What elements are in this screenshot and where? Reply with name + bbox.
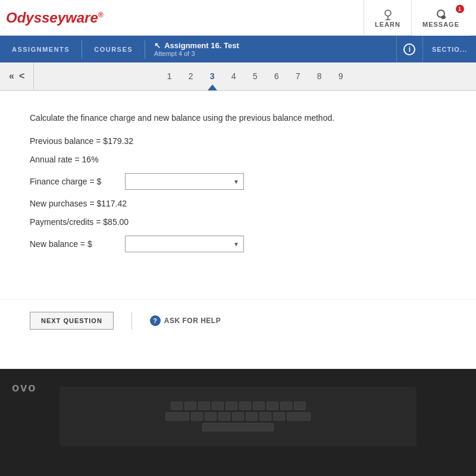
message-badge: 1 [456, 5, 464, 13]
key [165, 412, 189, 421]
key [259, 412, 271, 421]
laptop-screen: Odysseyware® LEARN 1 MESSAGE [0, 0, 476, 369]
key [239, 402, 251, 410]
new-balance-select[interactable]: 214.13 [125, 236, 244, 252]
new-balance-label: New balance = $ [30, 239, 125, 249]
finance-charge-wrapper: 2.39 $2.39 [125, 173, 244, 190]
section-label: SECTIO... [432, 46, 467, 53]
keyboard-row-1 [171, 402, 306, 410]
logo-sup: ® [98, 11, 104, 19]
key [294, 402, 306, 410]
key [218, 412, 230, 421]
next-question-button[interactable]: NEXT QUESTION [30, 312, 114, 330]
help-icon: ? [150, 315, 161, 326]
page-numbers: 123456789 [34, 62, 476, 90]
attempt-label: Attempt 4 of 3 [154, 50, 239, 57]
assignment-prefix: Assignment [164, 41, 208, 50]
page-number-5[interactable]: 5 [245, 62, 266, 90]
ask-for-help-label: ASK FOR HELP [164, 317, 221, 325]
key [226, 402, 237, 410]
logo-text: Odysseyware [6, 10, 98, 26]
action-row: NEXT QUESTION ? ASK FOR HELP [0, 299, 476, 342]
top-nav-right: LEARN 1 MESSAGE [364, 0, 470, 36]
key [287, 412, 311, 421]
svg-point-5 [441, 15, 446, 19]
message-button[interactable]: 1 MESSAGE [411, 0, 470, 36]
cursor-icon: ↖ [154, 41, 161, 50]
page-number-4[interactable]: 4 [223, 62, 245, 90]
previous-balance-value: Previous balance = $179.32 [30, 136, 133, 146]
learn-icon [381, 8, 394, 21]
keyboard-row-3 [202, 423, 274, 431]
app-logo: Odysseyware® [6, 10, 104, 26]
laptop-body: ovo [0, 369, 476, 476]
double-back-button[interactable]: « [9, 71, 14, 82]
previous-balance-row: Previous balance = $179.32 [30, 136, 446, 146]
page-number-3[interactable]: 3 [202, 62, 223, 90]
key [198, 402, 210, 410]
key [184, 402, 196, 410]
new-balance-row: New balance = $ 214.13 [30, 236, 446, 252]
key [191, 412, 203, 421]
nav-tabs: ASSIGNMENTS COURSES ↖ Assignment 16. Tes… [0, 36, 248, 62]
annual-rate-value: Annual rate = 16% [30, 155, 99, 164]
top-navigation: Odysseyware® LEARN 1 MESSAGE [0, 0, 476, 36]
assignment-name: 16. Test [211, 41, 239, 50]
keyboard-area [60, 387, 416, 446]
new-purchases-row: New purchases = $117.42 [30, 199, 446, 208]
svg-point-0 [385, 10, 391, 16]
assignment-title: ↖ Assignment 16. Test [154, 41, 239, 50]
key [280, 402, 292, 410]
page-number-6[interactable]: 6 [266, 62, 287, 90]
action-divider [131, 312, 132, 330]
key [212, 402, 224, 410]
assignment-breadcrumb: ↖ Assignment 16. Test Attempt 4 of 3 [145, 41, 248, 57]
courses-label: COURSES [94, 46, 133, 53]
key [253, 402, 265, 410]
main-content: Calculate the finance charge and new bal… [0, 91, 476, 299]
info-icon: i [403, 43, 415, 55]
message-icon [434, 8, 447, 21]
info-button[interactable]: i [396, 36, 423, 62]
learn-label: LEARN [375, 21, 400, 28]
assignments-tab[interactable]: ASSIGNMENTS [0, 36, 82, 62]
payments-credits-row: Payments/credits = $85.00 [30, 217, 446, 227]
payments-credits-value: Payments/credits = $85.00 [30, 217, 129, 227]
keyboard-row-2 [165, 412, 311, 421]
courses-tab[interactable]: COURSES [82, 36, 145, 62]
nav-arrows: « < [0, 62, 34, 90]
key [246, 412, 258, 421]
nav-right: i SECTIO... [396, 36, 476, 62]
new-purchases-value: New purchases = $117.42 [30, 199, 127, 208]
key [232, 412, 244, 421]
page-number-8[interactable]: 8 [309, 62, 330, 90]
section-button[interactable]: SECTIO... [423, 36, 476, 62]
new-balance-wrapper: 214.13 [125, 236, 244, 252]
single-back-button[interactable]: < [19, 71, 24, 82]
learn-button[interactable]: LEARN [364, 0, 411, 36]
assignments-label: ASSIGNMENTS [12, 46, 70, 53]
key [273, 412, 285, 421]
page-number-7[interactable]: 7 [287, 62, 309, 90]
page-number-2[interactable]: 2 [180, 62, 202, 90]
secondary-navigation: ASSIGNMENTS COURSES ↖ Assignment 16. Tes… [0, 36, 476, 62]
question-instruction: Calculate the finance charge and new bal… [30, 112, 446, 124]
laptop-brand: ovo [12, 381, 37, 394]
key [171, 402, 183, 410]
spacebar-key [202, 423, 274, 431]
message-label: MESSAGE [422, 21, 459, 28]
key [205, 412, 217, 421]
finance-charge-label: Finance charge = $ [30, 177, 125, 186]
page-number-1[interactable]: 1 [159, 62, 180, 90]
finance-charge-row: Finance charge = $ 2.39 $2.39 [30, 173, 446, 190]
page-number-9[interactable]: 9 [330, 62, 352, 90]
annual-rate-row: Annual rate = 16% [30, 155, 446, 164]
key [267, 402, 278, 410]
ask-for-help-button[interactable]: ? ASK FOR HELP [150, 315, 221, 326]
pagination-row: « < 123456789 [0, 62, 476, 91]
finance-charge-select[interactable]: 2.39 $2.39 [125, 173, 244, 190]
